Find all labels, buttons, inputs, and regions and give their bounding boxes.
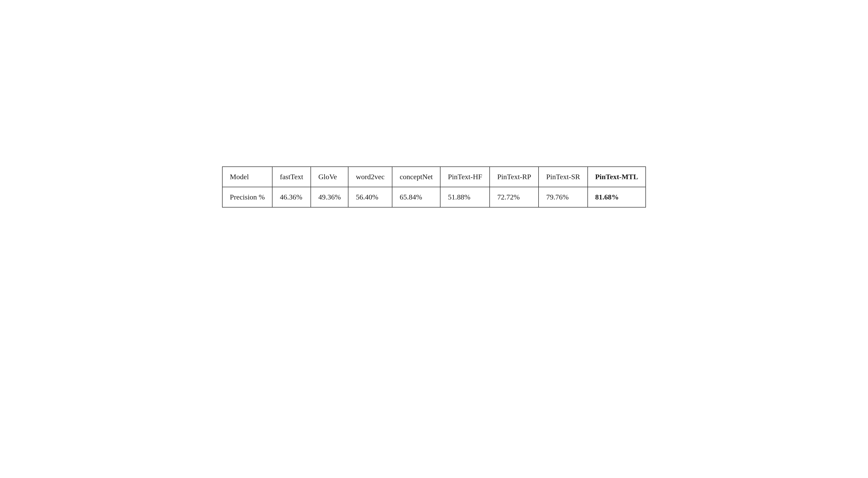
cell-pintext-hf: 51.88% bbox=[440, 187, 490, 207]
cell-pintext-mtl: 81.68% bbox=[588, 187, 646, 207]
table-row: Precision % 46.36% 49.36% 56.40% 65.84% … bbox=[222, 187, 646, 207]
col-header-pintext-hf: PinText-HF bbox=[440, 167, 490, 187]
cell-conceptnet: 65.84% bbox=[392, 187, 440, 207]
header-row: Model fastText GloVe word2vec conceptNet… bbox=[222, 167, 646, 187]
cell-metric: Precision % bbox=[222, 187, 273, 207]
col-header-word2vec: word2vec bbox=[348, 167, 392, 187]
table-wrapper: Model fastText GloVe word2vec conceptNet… bbox=[0, 167, 868, 208]
col-header-pintext-sr: PinText-SR bbox=[538, 167, 587, 187]
col-header-glove: GloVe bbox=[311, 167, 348, 187]
cell-fasttext: 46.36% bbox=[272, 187, 311, 207]
col-header-model: Model bbox=[222, 167, 273, 187]
cell-pintext-rp: 72.72% bbox=[490, 187, 538, 207]
col-header-fasttext: fastText bbox=[272, 167, 311, 187]
col-header-conceptnet: conceptNet bbox=[392, 167, 440, 187]
cell-pintext-sr: 79.76% bbox=[538, 187, 587, 207]
cell-word2vec: 56.40% bbox=[348, 187, 392, 207]
cell-glove: 49.36% bbox=[311, 187, 348, 207]
col-header-pintext-rp: PinText-RP bbox=[490, 167, 538, 187]
col-header-pintext-mtl: PinText-MTL bbox=[588, 167, 646, 187]
results-table: Model fastText GloVe word2vec conceptNet… bbox=[222, 167, 646, 208]
